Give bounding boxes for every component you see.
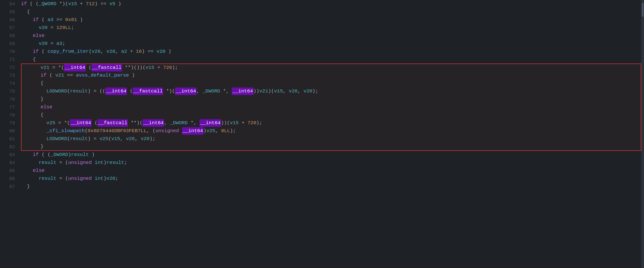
code-line-83: if ( (_DWORD)result ) — [21, 151, 641, 159]
ln-86: 86 — [2, 175, 15, 183]
code-line-73: if ( v21 == avss_default_parse ) — [21, 71, 641, 79]
code-line-74: { — [21, 79, 641, 87]
ln-85: 85 — [2, 167, 15, 175]
ln-81: 81 — [2, 135, 15, 143]
ln-82: 82 — [2, 143, 15, 151]
ln-74: 74 — [2, 79, 15, 87]
ln-77: 77 — [2, 103, 15, 111]
ln-54: 54 — [2, 0, 15, 8]
ln-72: 72 — [2, 63, 15, 71]
code-line-81: LODWORD(result) = v25(v15, v26, v20); — [21, 135, 641, 143]
code-line-58: else — [21, 32, 641, 40]
code-line-71: { — [21, 55, 641, 63]
ln-56: 56 — [2, 16, 15, 24]
ln-57: 57 — [2, 24, 15, 32]
line-numbers: 54 55 56 57 58 59 70 71 72 73 74 75 76 7… — [0, 0, 19, 268]
code-line-76: } — [21, 95, 641, 103]
code-line-87: } — [21, 183, 641, 191]
ln-71: 71 — [2, 55, 15, 63]
code-line-80: _cfi_slowpath(0x6D79446DBF93FEB7LL, (uns… — [21, 127, 641, 135]
ln-84: 84 — [2, 159, 15, 167]
code-line-78: { — [21, 111, 641, 119]
scrollbar-thumb[interactable] — [642, 3, 644, 17]
code-line-84: result = (unsigned int)result; — [21, 159, 641, 167]
code-line-57: v20 = 129LL; — [21, 24, 641, 32]
ln-79: 79 — [2, 119, 15, 127]
code-editor: 54 55 56 57 58 59 70 71 72 73 74 75 76 7… — [0, 0, 644, 268]
code-line-85: else — [21, 167, 641, 175]
ln-76: 76 — [2, 95, 15, 103]
ln-73: 73 — [2, 71, 15, 79]
code-line-54: if ( (_QWORD *)(v15 + 712) == v5 ) — [21, 0, 641, 8]
code-line-86: result = (unsigned int)v20; — [21, 175, 641, 183]
code-line-82: } — [21, 143, 641, 151]
ln-59: 59 — [2, 40, 15, 48]
code-line-77: else — [21, 103, 641, 111]
code-content: if ( (_QWORD *)(v15 + 712) == v5 ) { if … — [19, 0, 641, 268]
code-line-75: LODWORD(result) = ((__int64 (__fastcall … — [21, 87, 641, 95]
code-line-72: v21 = *(__int64 (__fastcall **)())(v15 +… — [21, 63, 641, 71]
scrollbar[interactable] — [641, 0, 644, 268]
ln-78: 78 — [2, 111, 15, 119]
ln-58: 58 — [2, 32, 15, 40]
code-line-70: if ( copy_from_iter(v26, v20, a2 + 16) =… — [21, 48, 641, 55]
ln-70: 70 — [2, 48, 15, 55]
ln-83: 83 — [2, 151, 15, 159]
ln-55: 55 — [2, 8, 15, 16]
code-line-59: v20 = a3; — [21, 40, 641, 48]
code-line-79: v25 = *(__int64 (__fastcall **)(__int64,… — [21, 119, 641, 127]
code-line-55: { — [21, 8, 641, 16]
ln-75: 75 — [2, 87, 15, 95]
code-line-56: if ( a3 >= 0x81 ) — [21, 16, 641, 24]
ln-87: 87 — [2, 183, 15, 191]
ln-80: 80 — [2, 127, 15, 135]
